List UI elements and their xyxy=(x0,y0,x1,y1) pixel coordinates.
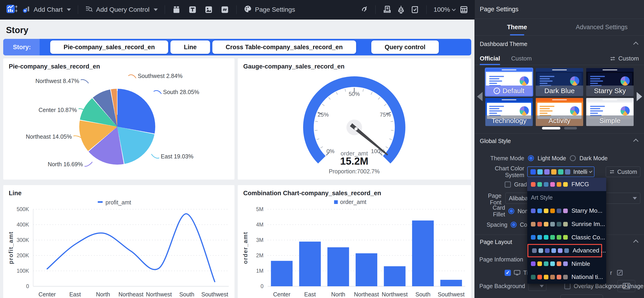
palette-option-starry-mo-[interactable]: Starry Mo... xyxy=(527,204,606,218)
app-logo-icon[interactable] xyxy=(6,3,18,16)
palette-option-classic-co-[interactable]: Classic Co... xyxy=(527,231,606,244)
title-area-checkbox[interactable]: ✓ xyxy=(505,270,511,276)
combination-chart-title: Combination Chart-company_sales_record_e… xyxy=(243,190,381,197)
carousel-right-arrow[interactable] xyxy=(637,92,642,101)
theme-thumbnail-dark-blue[interactable]: Dark Blue xyxy=(536,68,583,96)
svg-text:South: South xyxy=(179,291,194,298)
palette-option-advanced-[interactable]: Advanced ... xyxy=(528,244,602,257)
gradient-checkbox[interactable] xyxy=(505,181,511,188)
spacing-label: Spacing xyxy=(479,221,508,228)
svg-text:3M: 3M xyxy=(256,237,264,243)
theme-custom-button[interactable]: Custom xyxy=(610,55,639,62)
image-widget-icon[interactable] xyxy=(204,5,213,14)
palette-option-nimble[interactable]: Nimble xyxy=(527,257,606,271)
publish-check-icon[interactable] xyxy=(410,5,420,14)
grid-view-icon[interactable] xyxy=(459,5,468,14)
carousel-dots xyxy=(475,127,644,130)
color-swatch xyxy=(531,182,536,187)
dashboard-theme-header[interactable]: Dashboard Theme xyxy=(475,36,644,52)
color-swatch xyxy=(537,169,543,174)
overlay-background-checkbox[interactable] xyxy=(564,283,570,289)
thumb-mini-header xyxy=(485,98,533,102)
svg-text:profit_amt: profit_amt xyxy=(8,231,14,264)
thumb-mini-header xyxy=(485,68,533,72)
svg-text:Southwest: Southwest xyxy=(201,291,228,298)
svg-text:Southwest: Southwest xyxy=(438,291,464,298)
brush-icon[interactable] xyxy=(396,5,406,14)
palette-option-national-ti-[interactable]: National ti... xyxy=(527,270,606,284)
color-swatch xyxy=(531,262,536,266)
zoom-level-control[interactable]: 100% xyxy=(434,6,455,13)
story-tab-3[interactable]: Cross Table-company_sales_record_en xyxy=(212,40,356,54)
edit-icon[interactable] xyxy=(616,269,624,276)
story-tabs: Pie-company_sales_record_enLineCross Tab… xyxy=(50,40,439,54)
background-image-button[interactable] xyxy=(618,280,635,292)
carousel-dot[interactable] xyxy=(542,127,560,130)
theme-thumbnail-activity[interactable]: Activity xyxy=(536,98,583,126)
page-title: Story xyxy=(6,25,471,35)
story-tab-1[interactable]: Pie-company_sales_record_en xyxy=(50,40,168,54)
gauge-chart-card[interactable]: Gauge-company_sales_record_en 0%25%50%75… xyxy=(238,58,471,180)
toolbar-divider xyxy=(78,5,78,14)
svg-text:100K: 100K xyxy=(16,268,29,274)
story-tab-4[interactable]: Query control xyxy=(371,40,439,54)
page-background-label: Page Background xyxy=(479,283,525,290)
theme-thumbnails: ✓DefaultDark BlueStarry SkyTechnologyAct… xyxy=(485,68,634,126)
page-font-label: Page Font xyxy=(479,192,502,206)
global-style-header[interactable]: Global Style xyxy=(475,134,644,148)
combination-chart-card[interactable]: Combination Chart-company_sales_record_e… xyxy=(238,185,471,298)
color-swatch xyxy=(557,222,561,226)
unlink-icon[interactable] xyxy=(359,5,368,14)
carousel-left-arrow[interactable] xyxy=(477,92,482,101)
palette-option-sunrise-im-[interactable]: Sunrise Im... xyxy=(527,218,606,231)
tab-container-icon[interactable] xyxy=(172,5,181,14)
story-tab-bar: Story: Pie-company_sales_record_enLineCr… xyxy=(3,39,471,55)
link-widget-icon[interactable] xyxy=(220,5,230,14)
svg-text:4M: 4M xyxy=(256,222,264,228)
obscured-text-fragment: r xyxy=(610,270,612,276)
color-swatch xyxy=(531,222,536,226)
thumb-mini-pie xyxy=(520,76,529,86)
tab-advanced-settings[interactable]: Advanced Settings xyxy=(560,19,644,35)
color-swatch xyxy=(537,275,542,279)
chart-color-select[interactable]: Intellig... xyxy=(527,166,594,177)
subtab-custom[interactable]: Custom xyxy=(511,52,532,65)
subtab-official[interactable]: Official xyxy=(480,52,500,65)
chevron-down-icon xyxy=(589,170,592,173)
card-fillet-none-radio[interactable] xyxy=(508,208,514,214)
theme-thumbnail-starry-sky[interactable]: Starry Sky xyxy=(586,68,634,96)
palette-option-fmcg[interactable]: FMCG xyxy=(527,178,606,191)
tab-theme[interactable]: Theme xyxy=(475,19,560,35)
color-swatch xyxy=(537,182,542,187)
pie-slice-label: Center 10.87% xyxy=(38,107,86,113)
spacing-option-label: Co xyxy=(520,221,527,228)
pie-chart-card[interactable]: Pie-company_sales_record_en Southwest 2.… xyxy=(3,58,234,180)
theme-thumbnail-technology[interactable]: Technology xyxy=(485,98,533,126)
line-chart-title: Line xyxy=(9,190,22,197)
color-swatch xyxy=(544,275,548,279)
text-widget-icon[interactable] xyxy=(188,5,197,14)
card-fillet-label: Card Fillet xyxy=(479,204,505,218)
theme-thumbnail-name: Dark Blue xyxy=(536,86,583,96)
export-report-icon[interactable] xyxy=(382,5,392,14)
chart-color-custom-button[interactable]: Custom xyxy=(606,166,640,177)
add-chart-button[interactable]: Add Chart xyxy=(22,5,71,15)
combination-chart: 01M2M3M4M5Morder_amtCenterEastNorthNorth… xyxy=(238,185,471,298)
theme-thumbnail-simple[interactable]: Simple xyxy=(586,98,634,126)
add-query-control-button[interactable]: Add Query Control xyxy=(85,5,158,15)
spacing-radio[interactable] xyxy=(511,222,517,228)
svg-text:1M: 1M xyxy=(256,268,264,274)
add-chart-icon xyxy=(22,5,31,15)
theme-thumbnail-default[interactable]: ✓Default xyxy=(485,68,533,96)
theme-mode-radio-dark-mode[interactable] xyxy=(570,155,576,161)
color-swatch xyxy=(557,262,561,266)
clipped-bottom-control xyxy=(560,295,603,298)
color-swatch xyxy=(550,209,555,213)
page-settings-button[interactable]: Page Settings xyxy=(244,4,295,15)
panel-title: Page Settings xyxy=(475,0,644,19)
theme-mode-radio-light-mode[interactable] xyxy=(528,155,534,161)
thumb-mini-pie xyxy=(570,76,579,86)
story-tab-2[interactable]: Line xyxy=(170,40,210,54)
line-chart-card[interactable]: Line 0100K200K300K400K500Kprofit_amtCent… xyxy=(3,185,234,298)
carousel-dot[interactable] xyxy=(564,127,577,130)
